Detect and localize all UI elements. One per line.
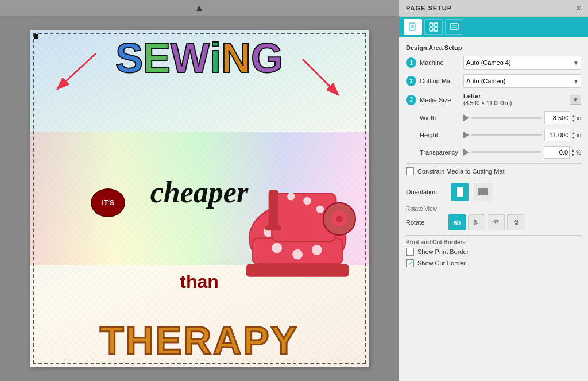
section-design-area: Design Area Setup — [406, 44, 581, 51]
media-size-select-wrapper: Letter (8.500 × 11.000 in) ▼ — [463, 93, 581, 107]
height-spin-down[interactable]: ▼ — [571, 136, 575, 140]
svg-rect-33 — [457, 187, 463, 197]
svg-point-6 — [272, 243, 282, 253]
media-size-value: Letter (8.500 × 11.000 in) — [463, 93, 570, 107]
step-2: 2 — [406, 76, 416, 86]
svg-rect-26 — [430, 23, 433, 26]
divider-3 — [406, 235, 581, 236]
transparency-input[interactable] — [544, 146, 570, 159]
sewing-machine-illustration — [233, 145, 362, 306]
height-spin-up[interactable]: ▲ — [571, 131, 575, 135]
width-spin-down[interactable]: ▼ — [571, 118, 575, 122]
width-value-box: ▲ ▼ in — [544, 111, 581, 124]
cutting-mat-select-wrapper: Auto (Cameo) ▼ — [463, 74, 581, 88]
media-size-row: 3 Media Size Letter (8.500 × 11.000 in) … — [406, 93, 581, 107]
step-1: 1 — [406, 57, 416, 68]
rotate-270-icon: ab — [512, 218, 520, 226]
rotate-270-button[interactable]: ab — [507, 214, 524, 230]
svg-rect-34 — [478, 188, 488, 195]
show-cut-border-row: ✓ Show Cut Border — [406, 259, 581, 267]
corner-handle — [34, 34, 38, 39]
rotate-180-icon: ab — [492, 218, 500, 226]
machine-row: 1 Machine Auto (Cameo 4) ▼ — [406, 56, 581, 70]
width-spinner[interactable]: ▲ ▼ — [571, 114, 575, 122]
checkmark-icon: ✓ — [408, 260, 412, 267]
cutting-mat-label: Cutting Mat — [420, 78, 460, 84]
width-spin-up[interactable]: ▲ — [571, 114, 575, 118]
svg-point-18 — [336, 215, 342, 222]
width-slider-track[interactable] — [471, 117, 542, 119]
height-unit: in — [577, 132, 581, 138]
portrait-icon — [455, 187, 465, 197]
constrain-checkbox[interactable] — [406, 167, 414, 175]
show-print-border-label: Show Print Border — [417, 248, 469, 255]
machine-label: Machine — [420, 59, 460, 66]
rotate-90-icon: ab — [473, 218, 481, 226]
transparency-spin-down[interactable]: ▼ — [571, 153, 575, 157]
white-page: S E W i N G IT'S cheaper than THERAPY — [30, 30, 369, 366]
svg-text:ab: ab — [513, 220, 519, 225]
landscape-icon — [478, 187, 488, 197]
transparency-value-box: ▲ ▼ % — [544, 146, 581, 159]
transparency-slider-handle[interactable] — [463, 149, 469, 156]
panel-header: PAGE SETUP × — [399, 0, 588, 17]
media-size-dropdown-arrow[interactable]: ▼ — [570, 95, 581, 105]
width-slider-handle[interactable] — [463, 114, 469, 121]
svg-point-10 — [287, 193, 295, 200]
height-row: Height ▲ ▼ in — [406, 129, 581, 141]
show-print-border-checkbox[interactable] — [406, 248, 414, 256]
divider-1 — [406, 163, 581, 164]
transparency-spinner[interactable]: ▲ ▼ — [571, 148, 575, 157]
close-button[interactable]: × — [577, 3, 581, 13]
grid-icon — [429, 22, 438, 32]
svg-rect-13 — [269, 190, 278, 229]
constrain-label: Constrain Media to Cutting Mat — [417, 168, 505, 175]
show-cut-border-checkbox[interactable]: ✓ — [406, 259, 414, 267]
width-label: Width — [420, 114, 460, 121]
height-slider-track[interactable] — [471, 134, 542, 136]
width-row: Width ▲ ▼ in — [406, 111, 581, 124]
transparency-slider-track[interactable] — [471, 151, 541, 153]
height-input[interactable] — [544, 129, 570, 141]
svg-rect-27 — [434, 23, 438, 26]
media-size-main: Letter — [463, 93, 481, 99]
machine-select[interactable]: Auto (Cameo 4) — [463, 56, 581, 70]
orientation-row: Orientation — [406, 183, 581, 201]
orientation-portrait-button[interactable] — [451, 183, 469, 201]
height-slider-handle[interactable] — [463, 132, 469, 138]
cutting-mat-select[interactable]: Auto (Cameo) — [463, 74, 581, 88]
orientation-landscape-button[interactable] — [474, 183, 492, 201]
svg-point-12 — [316, 206, 324, 213]
cutting-mat-row: 2 Cutting Mat Auto (Cameo) ▼ — [406, 74, 581, 88]
media-size-sub: (8.500 × 11.000 in) — [463, 100, 512, 106]
page-icon — [408, 22, 417, 32]
machine-select-wrapper: Auto (Cameo 4) ▼ — [463, 56, 581, 70]
canvas-area: ▲ S E W i N G IT'S cheaper than — [0, 0, 399, 381]
tab-design[interactable] — [404, 19, 422, 35]
rotate-0-button[interactable]: ab — [448, 214, 466, 230]
sewing-text: S E W i N G — [30, 37, 369, 79]
svg-rect-30 — [450, 24, 458, 29]
tab-grid[interactable] — [424, 19, 443, 35]
rotate-180-button[interactable]: ab — [488, 214, 505, 230]
svg-text:ab: ab — [493, 219, 499, 225]
show-cut-border-label: Show Cut Border — [417, 260, 466, 267]
svg-text:ab: ab — [473, 220, 479, 225]
show-print-border-row: Show Print Border — [406, 248, 581, 256]
width-input[interactable] — [544, 111, 570, 124]
transparency-spin-up[interactable]: ▲ — [571, 148, 575, 152]
scroll-up-icon[interactable]: ▲ — [194, 2, 204, 14]
therapy-text: THERAPY — [30, 321, 369, 360]
svg-rect-28 — [430, 28, 433, 31]
constrain-row: Constrain Media to Cutting Mat — [406, 167, 581, 175]
tab-more[interactable] — [445, 19, 463, 35]
canvas-top-bar: ▲ — [0, 0, 399, 16]
right-panel: PAGE SETUP × — [399, 0, 588, 381]
media-size-label: Media Size — [420, 97, 460, 103]
print-cut-borders-label: Print and Cut Borders — [406, 239, 581, 245]
rotate-90-button[interactable]: ab — [468, 214, 485, 230]
panel-tabs — [399, 17, 588, 37]
transparency-row: Transparency ▲ ▼ % — [406, 146, 581, 159]
height-spinner[interactable]: ▲ ▼ — [571, 131, 575, 140]
width-unit: in — [577, 115, 581, 121]
